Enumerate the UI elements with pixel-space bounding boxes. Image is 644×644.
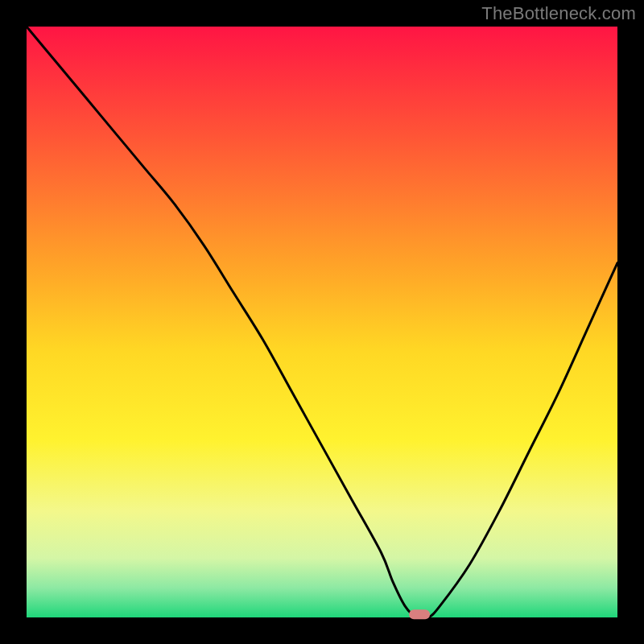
- watermark-text: TheBottleneck.com: [481, 3, 636, 24]
- optimal-marker: [409, 609, 430, 619]
- bottleneck-chart: [0, 0, 644, 644]
- chart-frame: TheBottleneck.com: [0, 0, 644, 644]
- plot-background: [27, 27, 617, 617]
